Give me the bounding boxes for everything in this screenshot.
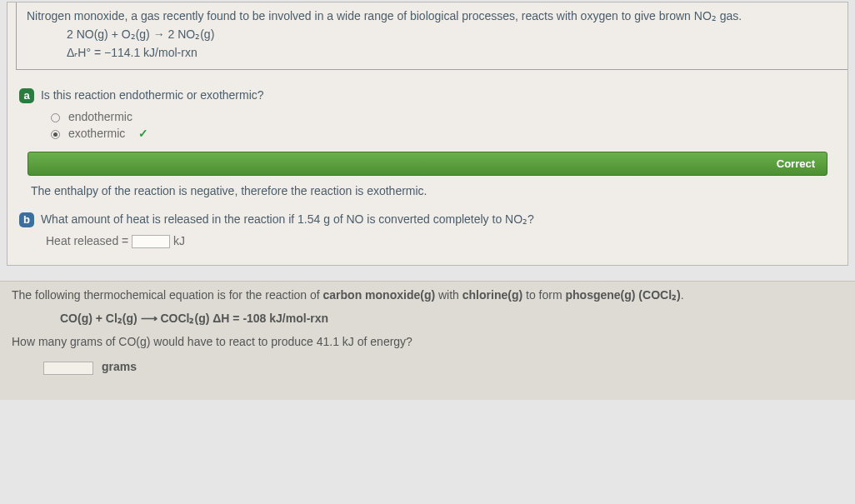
problem-intro-box: Nitrogen monoxide, a gas recently found …: [16, 2, 848, 70]
t-bold: phosgene(g) (COCl₂): [565, 288, 680, 302]
t-bold: carbon monoxide(g): [323, 288, 436, 302]
grams-unit: grams: [102, 360, 137, 373]
heat-released-line: Heat released = kJ: [46, 234, 824, 248]
correct-feedback-bar: Correct: [28, 152, 828, 176]
check-icon: ✓: [138, 127, 148, 140]
t: with: [435, 288, 462, 302]
correct-label: Correct: [777, 157, 815, 170]
problem2-equation: CO(g) + Cl₂(g) ⟶ COCl₂(g) ΔH = -108 kJ/m…: [60, 312, 843, 325]
t: The following thermochemical equation is…: [12, 288, 323, 302]
radio-icon-selected: [51, 130, 60, 139]
heat-label: Heat released =: [46, 234, 128, 247]
explanation-text: The enthalpy of the reaction is negative…: [31, 184, 824, 197]
problem2-intro: The following thermochemical equation is…: [12, 288, 843, 302]
option-label: endothermic: [68, 110, 132, 123]
t: .: [681, 288, 684, 302]
part-a-question: a Is this reaction endothermic or exothe…: [19, 88, 836, 103]
badge-b: b: [19, 212, 34, 227]
problem-2: The following thermochemical equation is…: [0, 281, 855, 399]
intro-text: Nitrogen monoxide, a gas recently found …: [27, 9, 838, 22]
part-b-question: b What amount of heat is released in the…: [19, 212, 836, 227]
option-exothermic[interactable]: exothermic ✓: [51, 127, 836, 140]
radio-icon: [51, 113, 60, 122]
eq-text: CO(g) + Cl₂(g) ⟶ COCl₂(g) ΔH = -108 kJ/m…: [60, 312, 328, 325]
option-endothermic[interactable]: endothermic: [51, 110, 836, 123]
problem2-question: How many grams of CO(g) would have to re…: [12, 335, 843, 348]
reaction-equation: 2 NO(g) + O₂(g) → 2 NO₂(g): [67, 27, 838, 41]
part-a: a Is this reaction endothermic or exothe…: [8, 70, 848, 265]
question-a-text: Is this reaction endothermic or exotherm…: [41, 88, 264, 102]
heat-unit: kJ: [173, 234, 185, 247]
heat-input[interactable]: [132, 235, 170, 248]
t-bold: chlorine(g): [462, 288, 522, 302]
delta-h: ΔᵣH° = −114.1 kJ/mol-rxn: [67, 46, 838, 59]
question-b-text: What amount of heat is released in the r…: [41, 212, 534, 226]
t: to form: [522, 288, 565, 302]
option-label: exothermic: [68, 127, 125, 140]
badge-a: a: [19, 88, 34, 103]
grams-answer-line: grams: [43, 360, 843, 374]
problem-1: Nitrogen monoxide, a gas recently found …: [7, 2, 848, 266]
grams-input[interactable]: [43, 362, 93, 375]
